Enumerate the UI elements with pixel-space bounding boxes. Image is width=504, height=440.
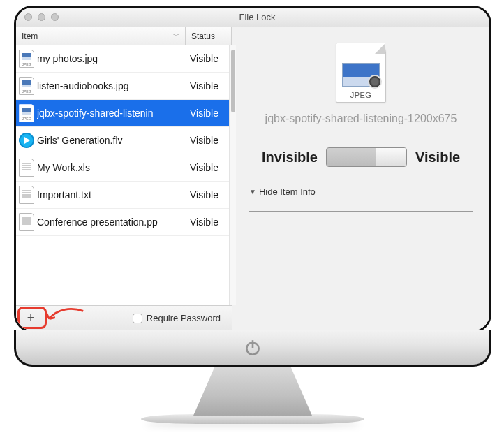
file-status: Visible <box>187 189 232 200</box>
title-bar: File Lock <box>16 8 489 27</box>
file-name: my photos.jpg <box>37 53 187 64</box>
file-list-pane: Item ﹀ Status JPEGmy photos.jpgVisibleJP… <box>16 27 232 330</box>
toggle-label-invisible: Invisible <box>262 149 318 166</box>
add-item-button[interactable]: + <box>20 309 41 328</box>
file-name: Girls' Generation.flv <box>37 135 187 146</box>
visibility-toggle-row: Invisible Visible <box>262 147 460 167</box>
sort-indicator-icon: ﹀ <box>173 31 179 41</box>
imac-stand <box>193 367 312 416</box>
list-footer: + Require Password <box>16 305 232 330</box>
power-icon <box>244 339 262 357</box>
file-status: Visible <box>187 217 232 228</box>
table-row[interactable]: Conference presentation.ppVisible <box>16 209 232 236</box>
file-status: Visible <box>187 162 232 173</box>
screen: File Lock Item ﹀ Status JPEGmy photos.jp… <box>14 6 491 332</box>
jpeg-icon: JPEG <box>16 77 37 95</box>
table-row[interactable]: JPEGmy photos.jpgVisible <box>16 45 232 73</box>
visibility-toggle[interactable] <box>326 147 407 167</box>
file-name: My Work.xls <box>37 162 187 173</box>
table-row[interactable]: My Work.xlsVisible <box>16 154 232 182</box>
detail-pane: JPEG jqbx-spotify-shared-listening-1200x… <box>232 27 489 330</box>
divider <box>249 211 473 212</box>
file-status: Visible <box>187 53 232 64</box>
table-row[interactable]: Important.txtVisible <box>16 182 232 209</box>
imac-foot <box>141 414 364 424</box>
jpeg-icon: JPEG <box>16 50 37 68</box>
video-icon <box>16 133 37 148</box>
doc-icon <box>16 213 37 231</box>
imac-chin <box>14 330 491 367</box>
file-name: listen-audiobooks.jpg <box>37 80 187 91</box>
annotation-arrow-icon <box>45 307 84 323</box>
table-row[interactable]: JPEGlisten-audiobooks.jpgVisible <box>16 73 232 100</box>
hide-item-info-toggle[interactable]: ▼ Hide Item Info <box>249 186 316 197</box>
file-list: JPEGmy photos.jpgVisibleJPEGlisten-audio… <box>16 45 232 305</box>
require-password-option[interactable]: Require Password <box>133 313 221 323</box>
scrollbar-thumb[interactable] <box>231 50 235 112</box>
selected-file-name: jqbx-spotify-shared-listening-1200x675 <box>249 112 473 125</box>
file-status: Visible <box>187 108 232 119</box>
file-name: Important.txt <box>37 189 187 200</box>
disclosure-triangle-icon: ▼ <box>249 188 256 196</box>
doc-icon <box>16 159 37 177</box>
file-name: jqbx-spotify-shared-listenin <box>37 108 187 119</box>
file-status: Visible <box>187 135 232 146</box>
text-icon <box>16 186 37 204</box>
file-status: Visible <box>187 80 232 91</box>
toggle-label-visible: Visible <box>415 149 460 166</box>
toggle-knob[interactable] <box>376 148 406 166</box>
column-header-status[interactable]: Status <box>186 27 232 45</box>
file-type-label: JPEG <box>350 91 372 99</box>
table-row[interactable]: Girls' Generation.flvVisible <box>16 127 232 154</box>
table-row[interactable]: JPEGjqbx-spotify-shared-listeninVisible <box>16 100 232 127</box>
column-header-status-label: Status <box>191 31 215 41</box>
require-password-checkbox[interactable] <box>133 314 142 323</box>
column-header-item-label: Item <box>22 31 38 41</box>
require-password-label: Require Password <box>147 313 221 323</box>
file-name: Conference presentation.pp <box>37 217 187 228</box>
file-preview-icon: JPEG <box>336 43 386 103</box>
content-area: Item ﹀ Status JPEGmy photos.jpgVisibleJP… <box>16 27 489 330</box>
column-header-item[interactable]: Item ﹀ <box>16 27 186 45</box>
scrollbar[interactable] <box>229 45 236 305</box>
jpeg-icon: JPEG <box>16 104 37 122</box>
imac-frame: File Lock Item ﹀ Status JPEGmy photos.jp… <box>14 6 491 424</box>
hide-item-info-label: Hide Item Info <box>259 186 316 197</box>
window-title: File Lock <box>25 12 489 22</box>
column-headers: Item ﹀ Status <box>16 27 232 45</box>
